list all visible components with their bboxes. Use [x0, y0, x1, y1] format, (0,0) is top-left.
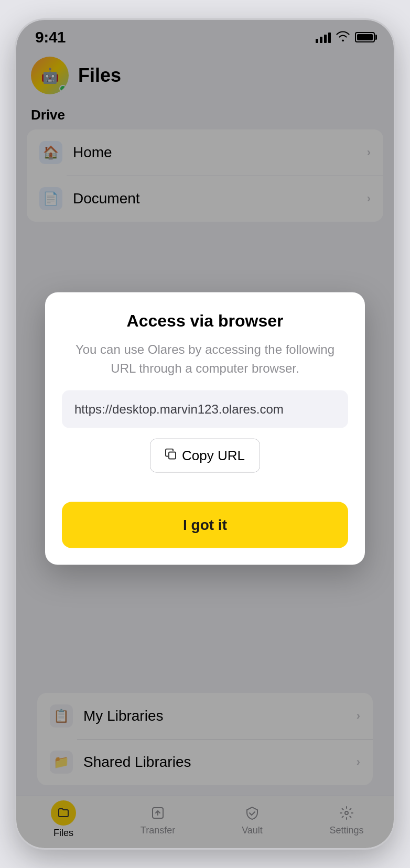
got-it-button[interactable]: I got it	[62, 502, 348, 548]
copy-url-button[interactable]: Copy URL	[150, 439, 260, 473]
copy-icon	[165, 448, 177, 463]
svg-rect-0	[169, 452, 176, 459]
copy-url-label: Copy URL	[182, 448, 245, 464]
modal-description: You can use Olares by accessing the foll…	[62, 340, 348, 378]
access-browser-modal: Access via browser You can use Olares by…	[45, 292, 365, 565]
url-text: https://desktop.marvin123.olares.com	[74, 402, 284, 416]
phone-frame: 9:41 🤖 Files Drive	[16, 20, 394, 848]
modal-title: Access via browser	[62, 311, 348, 331]
url-box: https://desktop.marvin123.olares.com	[62, 390, 348, 428]
